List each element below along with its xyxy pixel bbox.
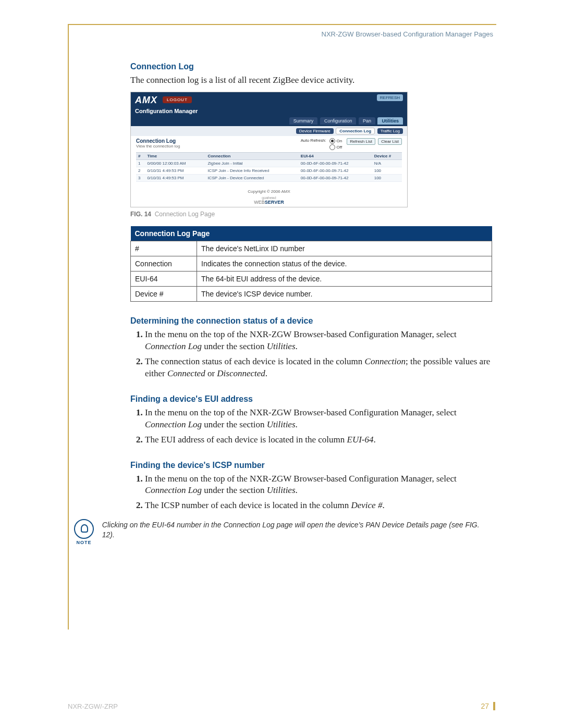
list-item: In the menu on the top of the NXR-ZGW Br… xyxy=(145,473,492,497)
clear-list-button[interactable]: Clear List xyxy=(378,138,402,145)
tab-device-firmware[interactable]: Device Firmware xyxy=(296,128,334,134)
lightbulb-icon xyxy=(74,519,94,539)
table-row: EUI-64 The 64-bit EUI address of the dev… xyxy=(131,271,492,286)
page-frame: NXR-ZGW Browser-based Configuration Mana… xyxy=(68,24,496,630)
list-item: The ICSP number of each device is locate… xyxy=(145,500,492,512)
page-content: Connection Log The connection log is a l… xyxy=(69,38,496,545)
table-row: Connection Indicates the connection stat… xyxy=(131,256,492,271)
panel-sub: View the connection log xyxy=(136,144,180,149)
shot-topbar: AMX LOGOUT REFRESH xyxy=(131,92,407,108)
defs-title: Connection Log Page xyxy=(131,226,492,241)
shot-webserver: goahead WEBSERVER xyxy=(131,195,407,207)
eui-link[interactable]: 00-0D-6F-00-00-09-71-42 xyxy=(299,167,372,174)
shot-copyright: Copyright © 2006 AMX xyxy=(131,187,407,195)
figure-title: Connection Log Page xyxy=(155,211,215,218)
table-row: 3 0/10/31 4:49:53 PM ICSP Join - Device … xyxy=(136,174,402,181)
radio-on[interactable] xyxy=(329,138,335,144)
note-text: Clicking on the EUI-64 number in the Con… xyxy=(102,519,492,540)
steps-eui: In the menu on the top of the NXR-ZGW Br… xyxy=(130,407,492,446)
h-eui: Finding a device's EUI address xyxy=(130,394,492,404)
p-connection-log: The connection log is a list of all rece… xyxy=(130,75,492,87)
secondary-tabs: Device Firmware Connection Log Traffic L… xyxy=(131,126,407,136)
list-item: In the menu on the top of the NXR-ZGW Br… xyxy=(145,329,492,353)
refresh-button[interactable]: REFRESH xyxy=(377,94,403,101)
radio-off-label: Off xyxy=(337,145,342,150)
tab-utilities[interactable]: Utilities xyxy=(377,117,403,125)
table-row: # The device's NetLinx ID number xyxy=(131,241,492,256)
tab-summary[interactable]: Summary xyxy=(289,117,318,125)
note-block: NOTE Clicking on the EUI-64 number in th… xyxy=(73,519,492,545)
h-connection-log: Connection Log xyxy=(130,62,492,71)
auto-refresh: Auto Refresh: On Off Refresh List Clear … xyxy=(301,138,402,150)
refresh-list-button[interactable]: Refresh List xyxy=(347,138,375,145)
amx-logo: AMX xyxy=(135,95,157,105)
panel-title: Connection Log xyxy=(136,138,180,144)
table-row: Device # The device's ICSP device number… xyxy=(131,286,492,301)
page-footer: NXR-ZGW/-ZRP 27 xyxy=(68,702,495,710)
list-item: The connection status of each device is … xyxy=(145,356,492,380)
panel-head: Connection Log View the connection log A… xyxy=(136,138,402,150)
running-head: NXR-ZGW Browser-based Configuration Mana… xyxy=(69,25,496,38)
footer-product: NXR-ZGW/-ZRP xyxy=(68,702,118,710)
page-number: 27 xyxy=(481,702,495,710)
steps-icsp: In the menu on the top of the NXR-ZGW Br… xyxy=(130,473,492,512)
col-dev: Device # xyxy=(372,152,402,159)
eui-link[interactable]: 00-0D-6F-00-00-09-71-42 xyxy=(299,159,372,167)
webserver-web: WEB xyxy=(254,200,265,205)
steps-determining: In the menu on the top of the NXR-ZGW Br… xyxy=(130,329,492,380)
shot-panel: Connection Log View the connection log A… xyxy=(131,136,407,187)
table-row: 1 0/00/00 12:00:03 AM Zigbee Join - Init… xyxy=(136,159,402,167)
col-eui: EUI-64 xyxy=(299,152,372,159)
figure-number: FIG. 14 xyxy=(130,211,151,218)
h-determining: Determining the connection status of a d… xyxy=(130,316,492,326)
defs-table: Connection Log Page # The device's NetLi… xyxy=(130,226,492,302)
tab-configuration[interactable]: Configuration xyxy=(320,117,357,125)
webserver-server: SERVER xyxy=(265,200,284,205)
tab-pan[interactable]: Pan xyxy=(359,117,375,125)
note-label: NOTE xyxy=(73,540,95,545)
list-item: In the menu on the top of the NXR-ZGW Br… xyxy=(145,407,492,431)
shot-subtitle: Configuration Manager xyxy=(131,108,407,117)
goahead-label: goahead xyxy=(131,196,407,200)
list-item: The EUI address of each device is locate… xyxy=(145,434,492,446)
logout-button[interactable]: LOGOUT xyxy=(163,96,192,103)
radio-off[interactable] xyxy=(329,144,335,150)
embedded-screenshot: AMX LOGOUT REFRESH Configuration Manager… xyxy=(130,92,408,207)
col-n: # xyxy=(136,152,145,159)
auto-refresh-label: Auto Refresh: xyxy=(301,138,326,143)
h-icsp: Finding the device's ICSP number xyxy=(130,461,492,470)
tab-connection-log[interactable]: Connection Log xyxy=(336,128,375,134)
col-time: Time xyxy=(145,152,206,159)
connection-log-table: # Time Connection EUI-64 Device # 1 0/00… xyxy=(136,152,402,182)
tab-traffic-log[interactable]: Traffic Log xyxy=(377,128,403,134)
primary-tabs: Summary Configuration Pan Utilities xyxy=(131,117,407,126)
note-icon: NOTE xyxy=(73,519,95,545)
table-row: 2 0/10/31 4:49:53 PM ICSP Join - Device … xyxy=(136,167,402,174)
radio-on-label: On xyxy=(337,139,342,143)
figure-caption: FIG. 14 Connection Log Page xyxy=(130,211,492,218)
eui-link[interactable]: 00-0D-6F-00-00-09-71-42 xyxy=(299,174,372,181)
col-conn: Connection xyxy=(205,152,298,159)
